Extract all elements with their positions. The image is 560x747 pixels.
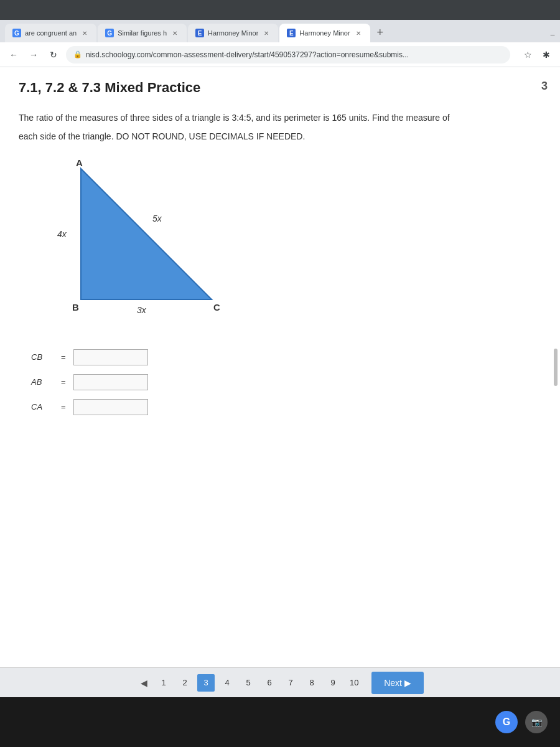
answer-row-ca: CA =: [31, 399, 541, 415]
tab-1[interactable]: G Similar figures h ✕: [98, 24, 187, 42]
ab-input[interactable]: [73, 374, 148, 390]
svg-text:C: C: [213, 302, 220, 312]
page-btn-1[interactable]: 1: [155, 674, 172, 692]
ca-input[interactable]: [73, 399, 148, 415]
page-number-badge: 3: [541, 80, 548, 93]
tab-bar: G are congruent an ✕ G Similar figures h…: [0, 20, 560, 42]
page-btn-10[interactable]: 10: [345, 674, 363, 692]
new-tab-button[interactable]: +: [371, 24, 389, 41]
address-bar[interactable]: 🔒 nisd.schoology.com/common-assessment-d…: [66, 46, 510, 63]
minimize-button[interactable]: −: [550, 30, 555, 40]
triangle-svg: A B C 4x 5x 3x: [31, 156, 230, 331]
cb-equals: =: [61, 352, 66, 362]
url-text: nisd.schoology.com/common-assessment-del…: [86, 50, 409, 59]
google-meet-icon[interactable]: G: [495, 711, 518, 733]
address-bar-row: ← → ↻ 🔒 nisd.schoology.com/common-assess…: [0, 42, 560, 67]
question-text-line1: The ratio of the measures of three sides…: [19, 111, 541, 125]
page-btn-6[interactable]: 6: [261, 674, 278, 692]
tab-0[interactable]: G are congruent an ✕: [5, 24, 96, 42]
forward-button[interactable]: →: [26, 47, 41, 62]
ca-equals: =: [61, 402, 66, 411]
answer-row-cb: CB =: [31, 349, 541, 365]
page-btn-4[interactable]: 4: [218, 674, 236, 692]
page-btn-3[interactable]: 3: [197, 674, 215, 692]
ca-label: CA: [31, 402, 56, 411]
tab-3[interactable]: E Harmoney Minor ✕: [279, 24, 370, 42]
back-button[interactable]: ←: [6, 47, 21, 62]
page-btn-5[interactable]: 5: [240, 674, 257, 692]
cb-input[interactable]: [73, 349, 148, 365]
prev-page-arrow[interactable]: ◀: [136, 675, 151, 690]
svg-text:3x: 3x: [137, 305, 147, 315]
question-text-line2: each side of the triangle. DO NOT ROUND,…: [19, 129, 541, 143]
bookmark-button[interactable]: ☆: [520, 47, 535, 62]
tab-close-3[interactable]: ✕: [354, 29, 363, 37]
diagram-container: A B C 4x 5x 3x: [31, 156, 230, 331]
ab-label: AB: [31, 377, 56, 387]
profile-button[interactable]: ✱: [539, 47, 554, 62]
answer-row-ab: AB =: [31, 374, 541, 390]
tab-favicon-2: E: [195, 29, 204, 37]
answer-section: CB = AB = CA =: [31, 349, 541, 415]
tab-close-0[interactable]: ✕: [80, 29, 89, 37]
camera-icon[interactable]: 📷: [525, 711, 548, 733]
page-title: 7.1, 7.2 & 7.3 Mixed Practice: [19, 80, 541, 96]
tab-label-3: Harmoney Minor: [299, 29, 350, 37]
page-btn-8[interactable]: 8: [303, 674, 320, 692]
tab-label-1: Similar figures h: [118, 29, 167, 37]
tab-label-0: are congruent an: [25, 29, 77, 37]
tab-2[interactable]: E Harmoney Minor ✕: [188, 24, 278, 42]
page-btn-7[interactable]: 7: [282, 674, 299, 692]
tab-favicon-1: G: [105, 29, 114, 37]
ab-equals: =: [61, 377, 66, 387]
svg-text:5x: 5x: [152, 214, 162, 223]
svg-text:A: A: [76, 157, 83, 168]
svg-marker-0: [81, 169, 212, 299]
browser-actions: ☆ ✱: [520, 47, 554, 62]
svg-text:4x: 4x: [57, 229, 67, 239]
scrollbar[interactable]: [554, 349, 558, 386]
svg-text:B: B: [72, 302, 79, 312]
next-button[interactable]: Next ▶: [371, 672, 424, 694]
tab-label-2: Harmoney Minor: [208, 29, 258, 37]
bottom-nav: ◀ 1 2 3 4 5 6 7 8 9 10 Next ▶: [0, 667, 560, 697]
tab-close-1[interactable]: ✕: [170, 29, 179, 37]
browser-window: G are congruent an ✕ G Similar figures h…: [0, 0, 560, 747]
tab-close-2[interactable]: ✕: [262, 29, 271, 37]
reload-button[interactable]: ↻: [46, 47, 61, 62]
cb-label: CB: [31, 352, 56, 362]
page-btn-9[interactable]: 9: [324, 674, 342, 692]
lock-icon: 🔒: [73, 50, 82, 59]
page-content: 3 7.1, 7.2 & 7.3 Mixed Practice The rati…: [0, 67, 560, 667]
tab-favicon-0: G: [12, 29, 21, 37]
tab-favicon-3: E: [287, 29, 296, 37]
system-area: G 📷: [0, 697, 560, 747]
page-btn-2[interactable]: 2: [176, 674, 194, 692]
title-bar: [0, 0, 560, 20]
